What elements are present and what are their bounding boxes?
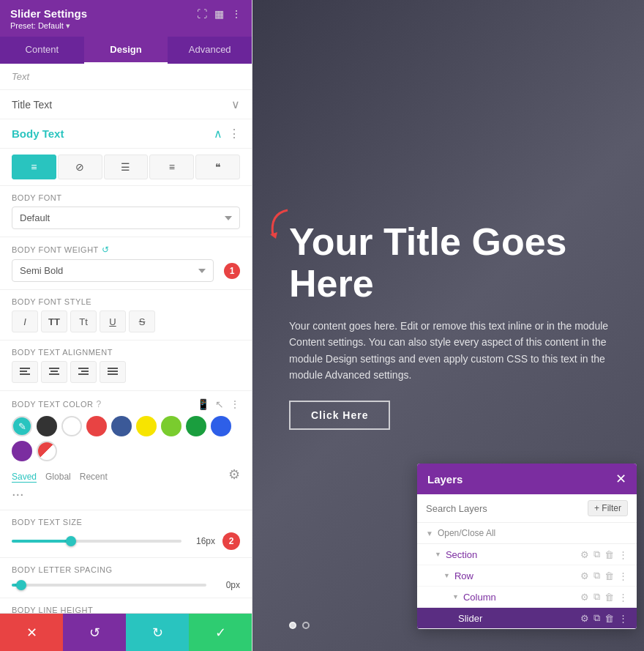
body-text-size-track[interactable]	[12, 540, 181, 543]
columns-icon[interactable]: ▦	[214, 8, 224, 20]
title-text-section[interactable]: Title Text ∨	[0, 90, 252, 119]
color-swatch-custom[interactable]	[37, 441, 57, 461]
reset-font-weight-icon[interactable]: ↺	[102, 245, 110, 255]
column-expand-icon[interactable]: ▼	[452, 593, 459, 600]
slider-duplicate-icon[interactable]: ⧉	[594, 612, 600, 624]
layer-name-slider: Slider	[458, 613, 576, 624]
dot-2[interactable]	[302, 622, 310, 629]
text-align-justify-btn[interactable]	[100, 361, 126, 383]
color-swatch-green[interactable]	[186, 416, 206, 436]
row-duplicate-icon[interactable]: ⧉	[594, 570, 600, 581]
align-none-btn[interactable]: ⊘	[58, 155, 102, 179]
refresh-button[interactable]: ↻	[126, 614, 189, 651]
section-menu-icon[interactable]: ⋮	[228, 127, 240, 141]
collapse-icon[interactable]: ∧	[214, 127, 222, 141]
color-swatch-black[interactable]	[37, 416, 57, 436]
align-center-btn[interactable]: ☰	[104, 155, 149, 179]
text-align-row-buttons	[12, 361, 240, 383]
color-swatch-green-light[interactable]	[161, 416, 181, 436]
color-tab-saved[interactable]: Saved	[12, 472, 37, 483]
text-align-center-btn[interactable]	[41, 361, 67, 383]
filter-button[interactable]: + Filter	[588, 500, 628, 516]
body-text-color-label: Body Text Color ?	[12, 399, 102, 409]
save-button[interactable]: ✓	[189, 614, 252, 651]
color-tab-recent[interactable]: Recent	[80, 472, 108, 483]
layer-name-column: Column	[463, 592, 576, 603]
color-more-icon[interactable]: ⋮	[230, 398, 240, 410]
body-text-color-field: Body Text Color ? 📱 ↖ ⋮ ✎	[0, 391, 252, 510]
text-align-left-btn[interactable]	[12, 361, 38, 383]
svg-rect-13	[108, 371, 118, 372]
row-settings-icon[interactable]: ⚙	[580, 570, 589, 581]
body-text-title: Body Text	[12, 127, 64, 140]
capitalize-btn[interactable]: Tt	[70, 310, 97, 332]
color-settings-icon[interactable]: ⚙	[228, 466, 240, 483]
mobile-icon[interactable]: 📱	[197, 398, 209, 410]
body-letter-spacing-thumb[interactable]	[16, 580, 26, 590]
section-settings-icon[interactable]: ⚙	[580, 549, 589, 560]
slider-delete-icon[interactable]: 🗑	[604, 613, 614, 624]
row-expand-icon[interactable]: ▼	[443, 572, 450, 579]
tab-design[interactable]: Design	[84, 37, 168, 64]
color-label-row: Body Text Color ? 📱 ↖ ⋮	[12, 398, 240, 410]
layers-search-input[interactable]	[426, 503, 582, 514]
dot-1[interactable]	[289, 622, 296, 629]
layers-open-close[interactable]: ▼ Open/Close All	[417, 523, 637, 544]
body-text-size-value: 16px	[189, 536, 215, 546]
color-swatch-yellow[interactable]	[136, 416, 157, 436]
column-more-icon[interactable]: ⋮	[618, 592, 628, 603]
slider-more-icon[interactable]: ⋮	[618, 613, 628, 624]
align-left-btn[interactable]: ≡	[12, 155, 56, 179]
color-tab-global[interactable]: Global	[45, 472, 71, 483]
reset-button[interactable]: ↺	[63, 614, 126, 651]
body-text-size-fill	[12, 540, 71, 543]
slider-layer-actions: ⚙ ⧉ 🗑 ⋮	[580, 612, 628, 624]
layers-title: Layers	[427, 473, 463, 486]
body-text-size-thumb[interactable]	[66, 536, 76, 546]
bold-btn[interactable]: TT	[41, 310, 67, 332]
italic-btn[interactable]: I	[12, 310, 38, 332]
section-delete-icon[interactable]: 🗑	[604, 549, 614, 560]
layer-item-slider[interactable]: Slider ⚙ ⧉ 🗑 ⋮	[417, 608, 637, 629]
text-align-right-btn[interactable]	[70, 361, 97, 383]
color-swatch-red[interactable]	[86, 416, 107, 436]
eyedropper-swatch[interactable]: ✎	[12, 416, 32, 436]
body-letter-spacing-track[interactable]	[12, 584, 206, 587]
color-swatch-purple[interactable]	[12, 441, 32, 461]
color-swatch-white[interactable]	[61, 416, 82, 436]
fullscreen-icon[interactable]: ⛶	[197, 8, 207, 20]
text-align-buttons: ≡ ⊘ ☰ ≡ ❝	[0, 149, 252, 186]
underline-btn[interactable]: U	[100, 310, 126, 332]
tab-content[interactable]: Content	[0, 37, 84, 64]
slider-settings-icon[interactable]: ⚙	[580, 613, 589, 624]
color-swatch-blue-dark[interactable]	[111, 416, 132, 436]
chevron-down-icon: ∨	[231, 97, 240, 111]
more-icon[interactable]: ⋮	[231, 8, 242, 20]
body-text-alignment-label: Body Text Alignment	[12, 348, 240, 357]
body-font-style-label: Body Font Style	[12, 297, 240, 306]
column-settings-icon[interactable]: ⚙	[580, 592, 589, 603]
align-justify-btn[interactable]: ❝	[195, 155, 240, 179]
color-expand-icon[interactable]: ···	[12, 486, 24, 502]
column-duplicate-icon[interactable]: ⧉	[594, 591, 600, 603]
tab-advanced[interactable]: Advanced	[168, 37, 252, 64]
cancel-button[interactable]: ✕	[0, 614, 63, 651]
layers-close-button[interactable]: ✕	[615, 471, 626, 487]
row-layer-actions: ⚙ ⧉ 🗑 ⋮	[580, 570, 628, 581]
section-expand-icon[interactable]: ▼	[435, 551, 441, 558]
align-right-btn[interactable]: ≡	[149, 155, 194, 179]
row-more-icon[interactable]: ⋮	[618, 570, 628, 581]
column-delete-icon[interactable]: 🗑	[604, 592, 614, 603]
layer-item-section: ▼ Section ⚙ ⧉ 🗑 ⋮	[417, 544, 637, 565]
row-delete-icon[interactable]: 🗑	[604, 570, 614, 581]
strikethrough-btn[interactable]: S	[129, 310, 155, 332]
section-duplicate-icon[interactable]: ⧉	[594, 548, 600, 560]
section-more-icon[interactable]: ⋮	[618, 549, 628, 560]
preview-cta-button[interactable]: Click Here	[289, 401, 390, 430]
cursor-icon[interactable]: ↖	[215, 398, 224, 410]
body-font-select[interactable]: Default	[12, 207, 240, 229]
layers-header: Layers ✕	[417, 464, 637, 494]
body-font-weight-select[interactable]: Semi Bold	[12, 259, 214, 282]
color-swatch-blue[interactable]	[211, 416, 231, 436]
body-text-alignment-field: Body Text Alignment	[0, 341, 252, 391]
